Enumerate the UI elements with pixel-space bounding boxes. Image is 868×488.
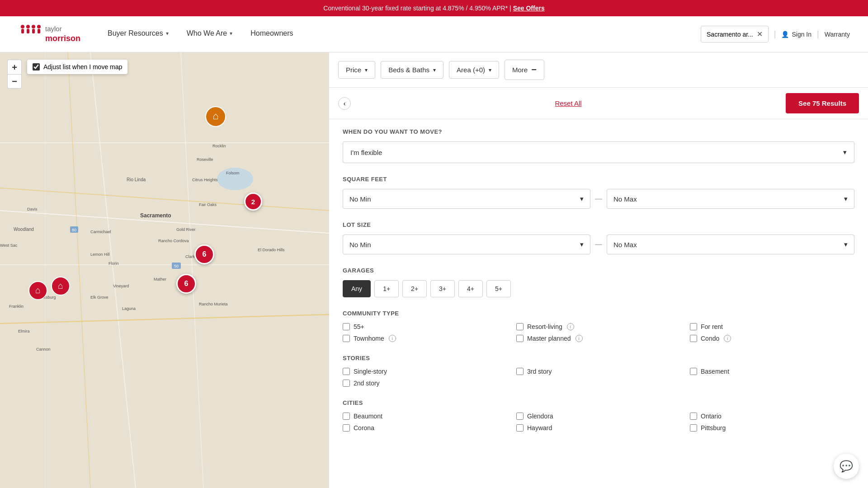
- city-corona[interactable]: Corona: [343, 424, 507, 432]
- community-55plus-input[interactable]: [343, 323, 350, 330]
- map-home-marker-1[interactable]: ⌂: [205, 106, 226, 127]
- story-2nd[interactable]: 2nd story: [343, 380, 507, 387]
- story-basement-input[interactable]: [690, 368, 697, 375]
- story-3rd-input[interactable]: [516, 368, 524, 375]
- city-ontario-input[interactable]: [690, 413, 697, 420]
- garage-btn-2plus[interactable]: 2+: [402, 280, 427, 297]
- story-3rd[interactable]: 3rd story: [516, 368, 681, 375]
- nav-who-we-are[interactable]: Who We Are ▾: [187, 17, 233, 52]
- city-hayward-input[interactable]: [516, 424, 524, 432]
- collapse-panel-button[interactable]: ‹: [338, 97, 351, 110]
- map-home-marker-2[interactable]: ⌂: [28, 281, 48, 300]
- svg-text:⌂: ⌂: [58, 281, 63, 291]
- logo-line1: taylor: [45, 24, 80, 33]
- city-beaumont[interactable]: Beaumont: [343, 413, 507, 420]
- svg-rect-5: [32, 29, 35, 33]
- story-basement[interactable]: Basement: [690, 368, 854, 375]
- map-cluster-2[interactable]: 2: [244, 192, 262, 211]
- svg-text:Rancho Murieta: Rancho Murieta: [199, 302, 228, 306]
- lot-min-dropdown[interactable]: No Min ▾: [343, 235, 590, 254]
- price-chevron-icon: ▾: [365, 67, 368, 73]
- garage-btn-any[interactable]: Any: [343, 280, 371, 297]
- community-for-rent[interactable]: For rent: [690, 323, 854, 330]
- svg-rect-7: [38, 29, 40, 33]
- move-date-dropdown[interactable]: I'm flexible ▾: [343, 141, 854, 163]
- resort-info-icon[interactable]: i: [567, 323, 574, 330]
- garage-btn-5plus[interactable]: 5+: [486, 280, 511, 297]
- map-cluster-6a[interactable]: 6: [194, 244, 214, 264]
- svg-text:Mather: Mather: [154, 277, 166, 282]
- zoom-out-button[interactable]: −: [7, 74, 22, 89]
- city-glendora-input[interactable]: [516, 413, 524, 420]
- story-single[interactable]: Single-story: [343, 368, 507, 375]
- community-master-planned-label: Master planned: [527, 335, 571, 342]
- sqft-min-dropdown[interactable]: No Min ▾: [343, 189, 590, 209]
- garage-btn-3plus[interactable]: 3+: [430, 280, 455, 297]
- city-pittsburg-input[interactable]: [690, 424, 697, 432]
- svg-text:Florin: Florin: [108, 261, 119, 266]
- master-planned-info-icon[interactable]: i: [576, 335, 583, 342]
- city-corona-label: Corona: [354, 424, 374, 432]
- garages-title: GARAGES: [343, 267, 854, 274]
- lot-range-dash: —: [595, 240, 602, 249]
- story-single-input[interactable]: [343, 368, 350, 375]
- sqft-title: SQUARE FEET: [343, 176, 854, 183]
- zoom-in-button[interactable]: +: [7, 60, 22, 74]
- community-townhome-input[interactable]: [343, 335, 350, 342]
- svg-text:Elk Grove: Elk Grove: [90, 295, 108, 300]
- story-2nd-input[interactable]: [343, 380, 350, 387]
- adjust-map-checkbox[interactable]: Adjust list when I move map: [27, 60, 127, 74]
- city-hayward[interactable]: Hayward: [516, 424, 681, 432]
- community-resort-input[interactable]: [516, 323, 524, 330]
- city-beaumont-input[interactable]: [343, 413, 350, 420]
- garage-btn-1plus[interactable]: 1+: [374, 280, 399, 297]
- community-master-planned-input[interactable]: [516, 335, 524, 342]
- banner-link[interactable]: See Offers: [513, 5, 545, 12]
- city-pittsburg[interactable]: Pittsburg: [690, 424, 854, 432]
- location-pill[interactable]: Sacramento ar... ✕: [701, 26, 769, 42]
- community-master-planned[interactable]: Master planned i: [516, 335, 681, 342]
- svg-point-6: [37, 25, 41, 28]
- svg-text:El Dorado Hills: El Dorado Hills: [258, 248, 285, 252]
- svg-text:Sacramento: Sacramento: [140, 212, 171, 219]
- location-text: Sacramento ar...: [707, 31, 753, 38]
- sign-in-button[interactable]: 👤 Sign In: [781, 31, 811, 38]
- svg-text:Lemon Hill: Lemon Hill: [90, 252, 110, 257]
- condo-info-icon[interactable]: i: [724, 335, 731, 342]
- map-cluster-6b[interactable]: 6: [176, 274, 196, 294]
- sqft-max-value: No Max: [613, 195, 637, 203]
- garage-buttons: Any 1+ 2+ 3+ 4+ 5+: [343, 280, 854, 297]
- beds-baths-filter-button[interactable]: Beds & Baths ▾: [381, 61, 443, 79]
- location-clear-icon[interactable]: ✕: [757, 30, 763, 38]
- community-resort[interactable]: Resort-living i: [516, 323, 681, 330]
- see-results-button[interactable]: See 75 Results: [786, 93, 859, 113]
- area-filter-button[interactable]: Area (+0) ▾: [449, 61, 499, 79]
- city-corona-input[interactable]: [343, 424, 350, 432]
- reset-all-button[interactable]: Reset All: [555, 99, 581, 107]
- community-townhome[interactable]: Townhome i: [343, 335, 507, 342]
- community-55plus[interactable]: 55+: [343, 323, 507, 330]
- more-filter-button[interactable]: More −: [505, 60, 544, 80]
- chat-button[interactable]: 💬: [834, 454, 859, 479]
- nav-homeowners[interactable]: Homeowners: [250, 17, 293, 52]
- move-date-chevron-icon: ▾: [843, 148, 847, 156]
- nav-buyer-resources[interactable]: Buyer Resources ▾: [108, 17, 169, 52]
- adjust-map-input[interactable]: [33, 63, 40, 70]
- action-bar: ‹ Reset All See 75 Results: [329, 88, 868, 119]
- garage-btn-4plus[interactable]: 4+: [458, 280, 483, 297]
- community-condo[interactable]: Condo i: [690, 335, 854, 342]
- adjust-map-label: Adjust list when I move map: [43, 63, 122, 70]
- city-ontario[interactable]: Ontario: [690, 413, 854, 420]
- lot-max-dropdown[interactable]: No Max ▾: [607, 235, 854, 254]
- map-home-marker-3[interactable]: ⌂: [51, 276, 71, 296]
- community-for-rent-input[interactable]: [690, 323, 697, 330]
- logo[interactable]: taylor morrison: [18, 23, 80, 46]
- svg-text:Elmira: Elmira: [18, 329, 30, 333]
- sqft-max-dropdown[interactable]: No Max ▾: [607, 189, 854, 209]
- sqft-min-value: No Min: [349, 195, 371, 203]
- townhome-info-icon[interactable]: i: [389, 335, 396, 342]
- community-condo-input[interactable]: [690, 335, 697, 342]
- price-filter-button[interactable]: Price ▾: [338, 61, 375, 79]
- city-glendora[interactable]: Glendora: [516, 413, 681, 420]
- warranty-button[interactable]: Warranty: [825, 31, 850, 38]
